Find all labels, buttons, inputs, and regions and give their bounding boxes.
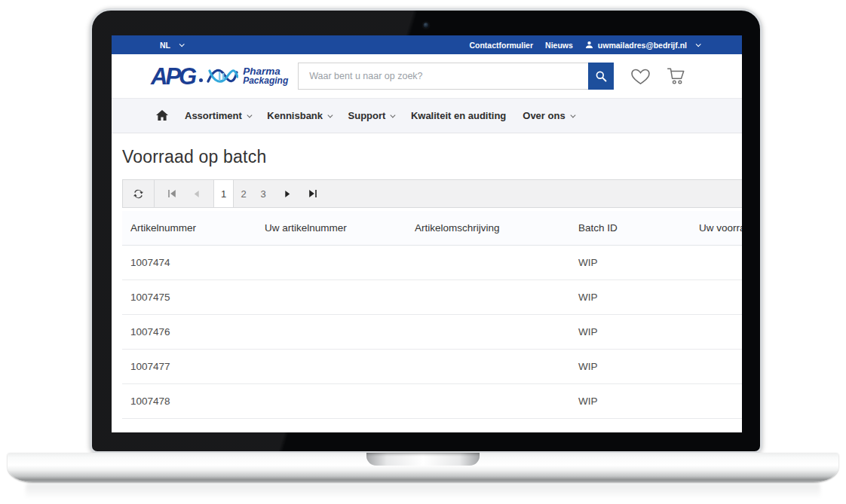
- chevron-down-icon: [696, 41, 701, 47]
- home-icon: [156, 110, 168, 121]
- previous-page-icon: [192, 190, 201, 198]
- cart-icon: [666, 66, 687, 86]
- page-button-2[interactable]: 2: [234, 180, 253, 207]
- cell-batch-id: WIP: [570, 257, 691, 268]
- page-content: Voorraad op batch: [112, 145, 742, 432]
- logo-tagline-line2: Packaging: [243, 76, 288, 86]
- nav-item-over-ons[interactable]: Over ons: [523, 110, 574, 121]
- table-row: 1007476 WIP: [122, 315, 742, 350]
- heart-icon: [630, 67, 651, 86]
- nav-item-label: Kwaliteit en auditing: [411, 110, 506, 121]
- laptop-reflection: [26, 484, 820, 502]
- chevron-down-icon: [247, 113, 252, 118]
- site-header: APG Pharma Packaging: [112, 54, 742, 98]
- dna-helix-icon: [207, 65, 238, 87]
- logo-tagline: Pharma Packaging: [243, 66, 288, 86]
- wishlist-button[interactable]: [630, 67, 651, 86]
- chevron-down-icon: [391, 113, 395, 118]
- column-header-artikelomschrijving: Artikelomschrijving: [406, 222, 570, 234]
- table-row: 1007475 WIP: [122, 280, 742, 315]
- main-navigation: Assortiment Kennisbank Support Kwaliteit…: [112, 98, 742, 133]
- user-icon: [585, 41, 593, 49]
- cell-artikelnummer: 1007476: [122, 326, 256, 338]
- column-header-artikelnummer: Artikelnummer: [122, 222, 256, 234]
- cell-batch-id: WIP: [570, 326, 691, 338]
- cell-batch-id: WIP: [570, 361, 691, 372]
- logo-dot: [199, 78, 203, 82]
- laptop-screen: NL Contactformulier Nieuws uwmailadres@b…: [90, 8, 762, 454]
- webcam-dot: [424, 23, 429, 28]
- column-header-uw-voorraad: Uw voorraad: [691, 222, 742, 234]
- refresh-button[interactable]: [123, 180, 155, 207]
- batch-stock-table: Artikelnummer Uw artikelnummer Artikelom…: [122, 211, 742, 432]
- cell-artikelnummer: 1007478: [122, 396, 256, 407]
- last-page-button[interactable]: [300, 180, 326, 207]
- nav-item-assortiment[interactable]: Assortiment: [185, 110, 250, 121]
- column-header-uw-artikelnummer: Uw artikelnummer: [256, 222, 406, 234]
- cell-artikelnummer: 1007474: [122, 257, 256, 268]
- next-page-icon: [284, 190, 292, 198]
- page-button-current[interactable]: 1: [213, 180, 234, 207]
- grid-pager: 1 2 3: [122, 179, 742, 208]
- cell-artikelnummer: 1007477: [122, 361, 256, 372]
- language-label: NL: [160, 41, 170, 50]
- nav-item-support[interactable]: Support: [348, 110, 394, 121]
- previous-page-button[interactable]: [185, 180, 207, 207]
- search-bar: [298, 63, 614, 90]
- account-email: uwmailadres@bedrijf.nl: [598, 41, 687, 50]
- column-header-batch-id: Batch ID: [570, 222, 691, 234]
- search-button[interactable]: [588, 63, 614, 90]
- table-header-row: Artikelnummer Uw artikelnummer Artikelom…: [122, 211, 742, 246]
- nav-item-label: Assortiment: [185, 110, 242, 121]
- nav-item-label: Over ons: [523, 110, 565, 121]
- chevron-down-icon: [328, 113, 333, 118]
- news-link[interactable]: Nieuws: [545, 41, 573, 50]
- chevron-down-icon: [570, 113, 575, 118]
- first-page-button[interactable]: [159, 180, 185, 207]
- next-page-button[interactable]: [276, 180, 299, 207]
- cell-artikelnummer: 1007475: [122, 292, 256, 303]
- nav-home[interactable]: [156, 110, 168, 121]
- nav-item-kennisbank[interactable]: Kennisbank: [267, 110, 331, 121]
- table-row-partial: [122, 419, 742, 432]
- table-row: 1007477 WIP: [122, 350, 742, 384]
- page-title: Voorraad op batch: [122, 145, 742, 168]
- cell-batch-id: WIP: [570, 292, 691, 303]
- laptop-base: [8, 453, 838, 482]
- account-menu[interactable]: uwmailadres@bedrijf.nl: [585, 41, 700, 50]
- page-button-3[interactable]: 3: [253, 180, 273, 207]
- nav-item-label: Kennisbank: [267, 110, 323, 121]
- language-selector[interactable]: NL: [160, 41, 183, 50]
- refresh-icon: [133, 188, 144, 200]
- nav-item-kwaliteit-en-auditing[interactable]: Kwaliteit en auditing: [411, 110, 506, 121]
- top-utility-bar: NL Contactformulier Nieuws uwmailadres@b…: [112, 35, 742, 54]
- cart-button[interactable]: [666, 66, 687, 86]
- table-row: 1007474 WIP: [122, 246, 742, 280]
- table-row: 1007478 WIP: [122, 384, 742, 419]
- last-page-icon: [308, 189, 317, 198]
- search-input[interactable]: [298, 63, 588, 90]
- search-icon: [595, 70, 608, 83]
- company-logo[interactable]: APG Pharma Packaging: [151, 65, 288, 88]
- topbar-links: Contactformulier Nieuws uwmailadres@bedr…: [469, 41, 700, 50]
- browser-viewport: NL Contactformulier Nieuws uwmailadres@b…: [112, 35, 742, 432]
- chevron-down-icon: [179, 41, 185, 47]
- cell-batch-id: WIP: [570, 396, 691, 407]
- logo-acronym: APG: [151, 65, 195, 88]
- nav-item-label: Support: [348, 110, 386, 121]
- contact-form-link[interactable]: Contactformulier: [469, 41, 533, 50]
- laptop-notch: [366, 453, 480, 466]
- laptop-mockup: NL Contactformulier Nieuws uwmailadres@b…: [0, 0, 846, 504]
- first-page-icon: [167, 189, 176, 198]
